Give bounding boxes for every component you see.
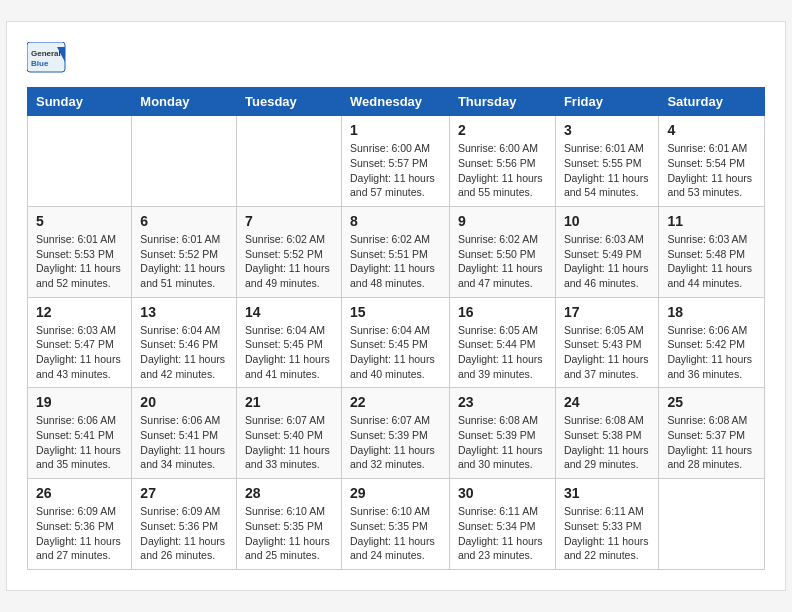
day-info-13: Sunrise: 6:04 AM Sunset: 5:46 PM Dayligh… xyxy=(140,323,228,382)
day-cell-12: 12Sunrise: 6:03 AM Sunset: 5:47 PM Dayli… xyxy=(28,297,132,388)
day-cell-16: 16Sunrise: 6:05 AM Sunset: 5:44 PM Dayli… xyxy=(449,297,555,388)
day-number-25: 25 xyxy=(667,394,756,410)
day-number-14: 14 xyxy=(245,304,333,320)
day-info-11: Sunrise: 6:03 AM Sunset: 5:48 PM Dayligh… xyxy=(667,232,756,291)
day-number-28: 28 xyxy=(245,485,333,501)
calendar-table: SundayMondayTuesdayWednesdayThursdayFrid… xyxy=(27,87,765,570)
day-info-22: Sunrise: 6:07 AM Sunset: 5:39 PM Dayligh… xyxy=(350,413,441,472)
weekday-header-row: SundayMondayTuesdayWednesdayThursdayFrid… xyxy=(28,88,765,116)
day-cell-14: 14Sunrise: 6:04 AM Sunset: 5:45 PM Dayli… xyxy=(237,297,342,388)
weekday-header-tuesday: Tuesday xyxy=(237,88,342,116)
empty-cell xyxy=(659,479,765,570)
day-info-20: Sunrise: 6:06 AM Sunset: 5:41 PM Dayligh… xyxy=(140,413,228,472)
day-number-27: 27 xyxy=(140,485,228,501)
empty-cell xyxy=(237,116,342,207)
day-info-19: Sunrise: 6:06 AM Sunset: 5:41 PM Dayligh… xyxy=(36,413,123,472)
day-cell-3: 3Sunrise: 6:01 AM Sunset: 5:55 PM Daylig… xyxy=(555,116,658,207)
empty-cell xyxy=(28,116,132,207)
day-cell-11: 11Sunrise: 6:03 AM Sunset: 5:48 PM Dayli… xyxy=(659,206,765,297)
day-number-15: 15 xyxy=(350,304,441,320)
logo: General Blue xyxy=(27,42,71,77)
logo-icon: General Blue xyxy=(27,42,67,77)
weekday-header-monday: Monday xyxy=(132,88,237,116)
day-number-31: 31 xyxy=(564,485,650,501)
day-info-5: Sunrise: 6:01 AM Sunset: 5:53 PM Dayligh… xyxy=(36,232,123,291)
day-cell-19: 19Sunrise: 6:06 AM Sunset: 5:41 PM Dayli… xyxy=(28,388,132,479)
day-info-16: Sunrise: 6:05 AM Sunset: 5:44 PM Dayligh… xyxy=(458,323,547,382)
day-info-29: Sunrise: 6:10 AM Sunset: 5:35 PM Dayligh… xyxy=(350,504,441,563)
day-number-1: 1 xyxy=(350,122,441,138)
day-number-10: 10 xyxy=(564,213,650,229)
day-cell-18: 18Sunrise: 6:06 AM Sunset: 5:42 PM Dayli… xyxy=(659,297,765,388)
day-number-24: 24 xyxy=(564,394,650,410)
day-cell-7: 7Sunrise: 6:02 AM Sunset: 5:52 PM Daylig… xyxy=(237,206,342,297)
day-info-14: Sunrise: 6:04 AM Sunset: 5:45 PM Dayligh… xyxy=(245,323,333,382)
day-info-10: Sunrise: 6:03 AM Sunset: 5:49 PM Dayligh… xyxy=(564,232,650,291)
day-cell-6: 6Sunrise: 6:01 AM Sunset: 5:52 PM Daylig… xyxy=(132,206,237,297)
day-info-23: Sunrise: 6:08 AM Sunset: 5:39 PM Dayligh… xyxy=(458,413,547,472)
empty-cell xyxy=(132,116,237,207)
day-info-30: Sunrise: 6:11 AM Sunset: 5:34 PM Dayligh… xyxy=(458,504,547,563)
day-info-3: Sunrise: 6:01 AM Sunset: 5:55 PM Dayligh… xyxy=(564,141,650,200)
day-cell-10: 10Sunrise: 6:03 AM Sunset: 5:49 PM Dayli… xyxy=(555,206,658,297)
day-info-27: Sunrise: 6:09 AM Sunset: 5:36 PM Dayligh… xyxy=(140,504,228,563)
day-info-2: Sunrise: 6:00 AM Sunset: 5:56 PM Dayligh… xyxy=(458,141,547,200)
day-cell-28: 28Sunrise: 6:10 AM Sunset: 5:35 PM Dayli… xyxy=(237,479,342,570)
day-cell-20: 20Sunrise: 6:06 AM Sunset: 5:41 PM Dayli… xyxy=(132,388,237,479)
day-cell-21: 21Sunrise: 6:07 AM Sunset: 5:40 PM Dayli… xyxy=(237,388,342,479)
day-cell-23: 23Sunrise: 6:08 AM Sunset: 5:39 PM Dayli… xyxy=(449,388,555,479)
day-cell-30: 30Sunrise: 6:11 AM Sunset: 5:34 PM Dayli… xyxy=(449,479,555,570)
day-cell-27: 27Sunrise: 6:09 AM Sunset: 5:36 PM Dayli… xyxy=(132,479,237,570)
calendar-container: General Blue SundayMondayTuesdayWednesda… xyxy=(6,21,786,591)
day-info-18: Sunrise: 6:06 AM Sunset: 5:42 PM Dayligh… xyxy=(667,323,756,382)
day-cell-8: 8Sunrise: 6:02 AM Sunset: 5:51 PM Daylig… xyxy=(342,206,450,297)
day-info-9: Sunrise: 6:02 AM Sunset: 5:50 PM Dayligh… xyxy=(458,232,547,291)
day-number-22: 22 xyxy=(350,394,441,410)
svg-text:General: General xyxy=(31,49,61,58)
day-info-25: Sunrise: 6:08 AM Sunset: 5:37 PM Dayligh… xyxy=(667,413,756,472)
day-number-16: 16 xyxy=(458,304,547,320)
day-number-12: 12 xyxy=(36,304,123,320)
weekday-header-sunday: Sunday xyxy=(28,88,132,116)
day-cell-15: 15Sunrise: 6:04 AM Sunset: 5:45 PM Dayli… xyxy=(342,297,450,388)
day-number-30: 30 xyxy=(458,485,547,501)
day-cell-9: 9Sunrise: 6:02 AM Sunset: 5:50 PM Daylig… xyxy=(449,206,555,297)
day-number-2: 2 xyxy=(458,122,547,138)
day-cell-31: 31Sunrise: 6:11 AM Sunset: 5:33 PM Dayli… xyxy=(555,479,658,570)
weekday-header-thursday: Thursday xyxy=(449,88,555,116)
day-number-17: 17 xyxy=(564,304,650,320)
day-info-28: Sunrise: 6:10 AM Sunset: 5:35 PM Dayligh… xyxy=(245,504,333,563)
day-number-26: 26 xyxy=(36,485,123,501)
day-info-26: Sunrise: 6:09 AM Sunset: 5:36 PM Dayligh… xyxy=(36,504,123,563)
day-info-6: Sunrise: 6:01 AM Sunset: 5:52 PM Dayligh… xyxy=(140,232,228,291)
day-info-8: Sunrise: 6:02 AM Sunset: 5:51 PM Dayligh… xyxy=(350,232,441,291)
day-number-3: 3 xyxy=(564,122,650,138)
day-number-20: 20 xyxy=(140,394,228,410)
day-info-31: Sunrise: 6:11 AM Sunset: 5:33 PM Dayligh… xyxy=(564,504,650,563)
day-cell-2: 2Sunrise: 6:00 AM Sunset: 5:56 PM Daylig… xyxy=(449,116,555,207)
day-info-12: Sunrise: 6:03 AM Sunset: 5:47 PM Dayligh… xyxy=(36,323,123,382)
day-number-19: 19 xyxy=(36,394,123,410)
day-cell-24: 24Sunrise: 6:08 AM Sunset: 5:38 PM Dayli… xyxy=(555,388,658,479)
day-info-7: Sunrise: 6:02 AM Sunset: 5:52 PM Dayligh… xyxy=(245,232,333,291)
day-number-21: 21 xyxy=(245,394,333,410)
day-number-29: 29 xyxy=(350,485,441,501)
day-number-13: 13 xyxy=(140,304,228,320)
day-info-21: Sunrise: 6:07 AM Sunset: 5:40 PM Dayligh… xyxy=(245,413,333,472)
day-cell-26: 26Sunrise: 6:09 AM Sunset: 5:36 PM Dayli… xyxy=(28,479,132,570)
day-cell-4: 4Sunrise: 6:01 AM Sunset: 5:54 PM Daylig… xyxy=(659,116,765,207)
week-row-1: 1Sunrise: 6:00 AM Sunset: 5:57 PM Daylig… xyxy=(28,116,765,207)
day-cell-29: 29Sunrise: 6:10 AM Sunset: 5:35 PM Dayli… xyxy=(342,479,450,570)
day-cell-13: 13Sunrise: 6:04 AM Sunset: 5:46 PM Dayli… xyxy=(132,297,237,388)
header-area: General Blue xyxy=(27,42,765,77)
day-number-9: 9 xyxy=(458,213,547,229)
weekday-header-wednesday: Wednesday xyxy=(342,88,450,116)
day-cell-5: 5Sunrise: 6:01 AM Sunset: 5:53 PM Daylig… xyxy=(28,206,132,297)
day-number-5: 5 xyxy=(36,213,123,229)
day-info-4: Sunrise: 6:01 AM Sunset: 5:54 PM Dayligh… xyxy=(667,141,756,200)
day-number-23: 23 xyxy=(458,394,547,410)
day-cell-22: 22Sunrise: 6:07 AM Sunset: 5:39 PM Dayli… xyxy=(342,388,450,479)
day-cell-1: 1Sunrise: 6:00 AM Sunset: 5:57 PM Daylig… xyxy=(342,116,450,207)
weekday-header-saturday: Saturday xyxy=(659,88,765,116)
day-cell-17: 17Sunrise: 6:05 AM Sunset: 5:43 PM Dayli… xyxy=(555,297,658,388)
